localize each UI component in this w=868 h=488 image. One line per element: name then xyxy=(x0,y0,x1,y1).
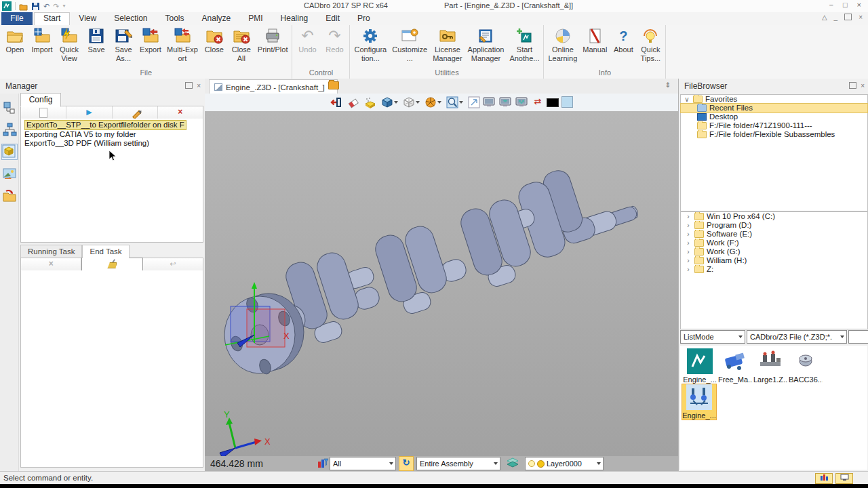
menu-tab-selection[interactable]: Selection xyxy=(105,12,156,25)
manager-restore-icon[interactable] xyxy=(185,82,193,89)
chevron-right-icon[interactable]: › xyxy=(685,256,692,265)
open-quick-icon[interactable] xyxy=(19,2,28,11)
chevron-right-icon[interactable]: › xyxy=(685,239,692,247)
tree-item-drive-h[interactable]: ›William (H:) xyxy=(681,256,867,265)
print-plot-button[interactable]: Print/Plot xyxy=(255,25,291,54)
background-blue-swatch[interactable] xyxy=(561,96,573,108)
delete-config-button[interactable]: × xyxy=(158,106,203,119)
menu-tab-healing[interactable]: Healing xyxy=(272,12,317,25)
chevron-right-icon[interactable]: › xyxy=(685,247,692,256)
part-box-icon[interactable] xyxy=(1,144,18,160)
document-tab[interactable]: Engine_.Z3D - [Crankshaft_] × xyxy=(209,79,338,94)
license-manager-button[interactable]: LicenseManager xyxy=(430,25,465,63)
auto-regen-button[interactable]: ↻ xyxy=(399,456,414,471)
wireframe-display-icon[interactable] xyxy=(403,96,415,108)
customize-button[interactable]: Customize... xyxy=(389,25,430,63)
save-as-button[interactable]: SaveAs... xyxy=(110,25,137,63)
tree-item-desktop[interactable]: Desktop xyxy=(681,113,867,121)
configuration-button[interactable]: Configuration... xyxy=(351,25,389,63)
tabbar-pin-icon[interactable]: ⇟ xyxy=(665,81,671,89)
quick-view-button[interactable]: QuickView xyxy=(56,25,83,63)
maximize-button[interactable]: □ xyxy=(843,1,848,9)
model-canvas[interactable]: X Y X xyxy=(205,111,678,456)
doc-minimize-button[interactable]: _ xyxy=(834,14,838,21)
close-button[interactable]: × xyxy=(857,1,861,9)
shaded-dropdown-icon[interactable] xyxy=(394,101,398,106)
background-black-swatch[interactable] xyxy=(547,98,559,107)
save-button[interactable]: Save xyxy=(83,25,110,54)
new-config-button[interactable] xyxy=(21,106,66,119)
tree-item-drive-c[interactable]: ›Win 10 Pro x64 (C:) xyxy=(681,212,867,221)
status-display-button[interactable] xyxy=(835,473,853,484)
menu-tab-view[interactable]: View xyxy=(70,12,105,25)
file-item[interactable]: Large1.Z... xyxy=(753,348,787,384)
section-dropdown-icon[interactable] xyxy=(437,101,441,106)
menu-tab-start[interactable]: Start xyxy=(34,12,70,25)
status-info-button[interactable] xyxy=(815,473,833,484)
chevron-down-icon[interactable]: ∨ xyxy=(684,95,690,104)
about-button[interactable]: ? About xyxy=(610,25,637,54)
exit-review-icon[interactable] xyxy=(330,96,342,108)
zoom-dropdown-icon[interactable] xyxy=(459,101,463,106)
close-all-button[interactable]: CloseAll xyxy=(228,25,255,63)
file-item[interactable]: Engine_... xyxy=(683,348,717,384)
image-view-icon[interactable] xyxy=(2,167,17,182)
online-learning-button[interactable]: OnlineLearning xyxy=(545,25,580,63)
menu-tab-edit[interactable]: Edit xyxy=(317,12,349,25)
swap-display-icon[interactable]: ⇄ xyxy=(532,96,544,108)
chevron-right-icon[interactable]: › xyxy=(685,221,692,230)
menu-tab-pro[interactable]: Pro xyxy=(349,12,379,25)
end-task-tab[interactable]: End Task xyxy=(82,245,129,258)
redo-quick-icon[interactable]: ↷ xyxy=(53,1,59,12)
tree-item-recent-files[interactable]: Recent Files xyxy=(681,104,867,113)
layer-stack-icon[interactable] xyxy=(506,458,519,470)
entity-filter-combo[interactable]: All xyxy=(330,457,396,470)
zoom-region-icon[interactable] xyxy=(446,96,458,108)
face-color-icon[interactable] xyxy=(364,96,376,108)
scope-combo[interactable]: Entire Assembly xyxy=(416,457,500,470)
eraser-icon[interactable] xyxy=(347,96,359,108)
open-button[interactable]: Open xyxy=(1,25,28,54)
undo-button[interactable]: ↶ Undo xyxy=(294,25,321,54)
start-another-button[interactable]: StartAnothe... xyxy=(507,25,542,63)
full-screen-assembly-icon[interactable] xyxy=(515,96,528,108)
running-task-tab[interactable]: Running Task xyxy=(20,245,82,258)
config-list-item[interactable]: ExportTo__STP__to Exportfilefolder on di… xyxy=(21,120,203,130)
close-file-button[interactable]: Close xyxy=(201,25,228,54)
edit-config-button[interactable] xyxy=(113,106,158,119)
search-input[interactable] xyxy=(848,330,868,344)
assembly-manager-icon[interactable] xyxy=(2,100,17,115)
save-quick-icon[interactable] xyxy=(31,2,40,11)
open-task-folder-button[interactable]: ↩ xyxy=(143,258,203,271)
config-list-item[interactable]: Exporting CATIA V5 to my folder xyxy=(21,130,203,139)
file-filter-combo[interactable]: CADbro/Z3 File (*.Z3D;*. xyxy=(747,330,847,344)
full-screen-icon[interactable] xyxy=(483,96,495,108)
cancel-task-button[interactable]: × xyxy=(21,258,81,271)
history-tree-icon[interactable] xyxy=(2,122,17,137)
export-button[interactable]: Export xyxy=(137,25,164,54)
run-config-button[interactable]: ▶ xyxy=(66,106,112,119)
tree-item-folder[interactable]: F:/File folder/471Z1900-111--- xyxy=(681,121,867,130)
menu-tab-analyze[interactable]: Analyze xyxy=(193,12,240,25)
shade-icon[interactable]: △ xyxy=(822,14,827,21)
config-tab[interactable]: Config xyxy=(20,93,61,107)
clear-task-button[interactable] xyxy=(81,258,142,272)
filebrowser-restore-icon[interactable] xyxy=(849,82,856,89)
import-button[interactable]: Import xyxy=(28,25,56,54)
tree-item-drive-f[interactable]: ›Work (F:) xyxy=(681,239,867,247)
filebrowser-close-icon[interactable]: × xyxy=(861,82,865,90)
minimize-button[interactable]: − xyxy=(829,1,833,9)
end-task-list[interactable] xyxy=(20,270,203,468)
menu-file-button[interactable]: File xyxy=(1,12,33,25)
favorites-root[interactable]: ∨ Favorites xyxy=(681,95,867,104)
customize-quick-access-icon[interactable]: ▾ xyxy=(62,1,65,12)
tree-item-drive-z[interactable]: ›Z: xyxy=(681,265,867,274)
config-list-item[interactable]: ExportTo__3D PDF (William setting) xyxy=(21,139,203,148)
section-view-icon[interactable] xyxy=(425,96,437,108)
tree-item-drive-e[interactable]: ›Software (E:) xyxy=(681,230,867,239)
tree-item-drive-d[interactable]: ›Program (D:) xyxy=(681,221,867,230)
file-item[interactable]: Free_Ma... xyxy=(718,348,752,384)
file-item[interactable]: BACC36... xyxy=(789,348,823,384)
menu-tab-tools[interactable]: Tools xyxy=(157,12,193,25)
tree-item-drive-g[interactable]: ›Work (G:) xyxy=(681,247,867,256)
